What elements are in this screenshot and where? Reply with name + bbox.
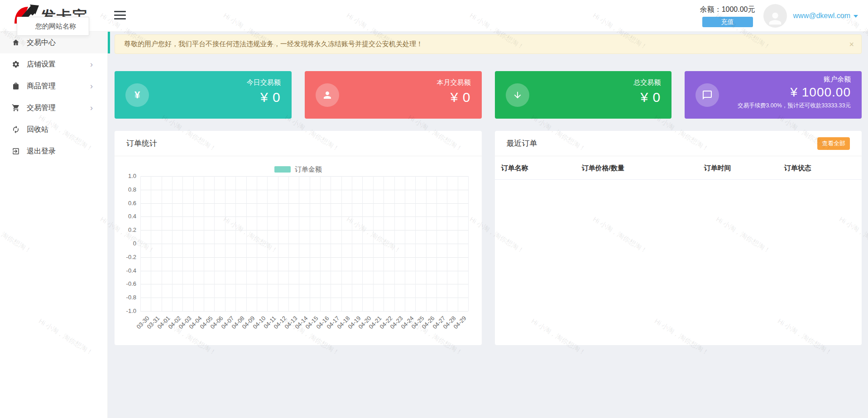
y-tick-label: 1.0: [128, 173, 136, 179]
y-tick-label: -0.6: [126, 280, 136, 287]
y-tick-label: 0: [133, 240, 136, 247]
account-email: www@dkewl.com: [793, 12, 850, 20]
gridline-v: [235, 176, 236, 311]
gridline-v: [204, 176, 204, 311]
gridline-v: [394, 176, 395, 311]
home-icon: [12, 38, 20, 47]
gridline-v: [288, 176, 289, 311]
chevron-down-icon: [854, 15, 858, 18]
y-tick-label: -0.2: [126, 254, 136, 260]
gridline-v: [352, 176, 352, 311]
gridline-h: [140, 230, 468, 231]
gridline-h: [140, 190, 468, 190]
gridline-h: [140, 284, 468, 284]
gridline-v: [331, 176, 331, 311]
col-order-status: 订单状态: [778, 156, 862, 180]
gridline-v: [341, 176, 342, 311]
y-tick-label: 0.4: [128, 213, 136, 220]
sidebar: 交易中心 店铺设置 › 商品管理 › 交易管理 › 回收站 退出登录: [0, 32, 108, 418]
gridline-v: [193, 176, 194, 311]
sidebar-item-recycle-bin[interactable]: 回收站: [0, 119, 107, 140]
chevron-right-icon: ›: [90, 104, 93, 112]
legend-label: 订单金额: [295, 165, 322, 174]
bag-icon: [12, 82, 20, 90]
stat-card-month: 本月交易额 ¥ 0: [305, 71, 482, 119]
y-tick-label: 0.8: [128, 186, 136, 193]
person-icon: [766, 10, 784, 28]
stat-label: 总交易额: [633, 78, 661, 87]
logout-icon: [12, 147, 20, 155]
gear-icon: [12, 60, 20, 68]
balance-value: 1000.00元: [722, 5, 755, 13]
order-stats-panel: 订单统计 订单金额 1.00.80.60.40.20-0.2-0.4-0.6-0…: [115, 131, 482, 345]
gridline-v: [182, 176, 183, 311]
gridline-v: [267, 176, 268, 311]
chevron-right-icon: ›: [90, 82, 93, 90]
gridline-v: [405, 176, 405, 311]
user-avatar[interactable]: [763, 4, 787, 28]
panel-title: 最近订单: [507, 138, 537, 149]
gridline-h: [140, 244, 468, 244]
gridline-v: [140, 176, 141, 311]
gridline-v: [384, 176, 384, 311]
sidebar-toggle-icon[interactable]: [114, 11, 127, 21]
close-icon[interactable]: ×: [849, 40, 854, 48]
gridline-h: [140, 203, 468, 204]
sidebar-item-product-manage[interactable]: 商品管理 ›: [0, 75, 107, 97]
gridline-h: [140, 298, 468, 298]
gridline-v: [151, 176, 151, 311]
notice-text: 尊敬的用户您好，我们平台不接任何违法违规业务，一经发现将永久冻结账号并提交公安机…: [124, 40, 423, 48]
orders-table: 订单名称 订单价格/数量 订单时间 订单状态: [495, 156, 862, 180]
gridline-v: [172, 176, 173, 311]
view-all-button[interactable]: 查看全部: [817, 137, 850, 150]
panels-row: 订单统计 订单金额 1.00.80.60.40.20-0.2-0.4-0.6-0…: [115, 131, 862, 345]
sidebar-item-trade-manage[interactable]: 交易管理 ›: [0, 97, 107, 119]
y-tick-label: -0.4: [126, 267, 136, 274]
chat-icon: [695, 83, 719, 107]
account-menu[interactable]: www@dkewl.com: [793, 12, 858, 20]
gridline-v: [225, 176, 225, 311]
gridline-v: [214, 176, 215, 311]
chevron-right-icon: ›: [90, 60, 93, 68]
gridline-v: [415, 176, 416, 311]
stat-value: ¥ 0: [437, 90, 471, 105]
stat-card-total: 总交易额 ¥ 0: [495, 71, 672, 119]
chart-plot: 1.00.80.60.40.20-0.2-0.4-0.6-0.8-1.003-3…: [140, 176, 468, 311]
gridline-h: [140, 271, 468, 271]
sidebar-item-logout[interactable]: 退出登录: [0, 140, 107, 162]
gridline-h: [140, 216, 468, 217]
sidebar-item-shop-settings[interactable]: 店铺设置 ›: [0, 53, 107, 75]
top-header: 发卡宝 o.top 余额：1000.00元 充值 www@dkewl.com: [0, 0, 868, 32]
cart-icon: [12, 104, 20, 112]
recharge-button[interactable]: 充值: [702, 17, 753, 27]
stat-value: ¥ 0: [633, 90, 661, 105]
y-tick-label: 0.6: [128, 200, 136, 207]
active-menu-indicator: [108, 32, 110, 53]
gridline-v: [299, 176, 299, 311]
recycle-icon: [12, 125, 20, 134]
stats-row: ¥ 今日交易额 ¥ 0 本月交易额 ¥ 0 总交易额 ¥ 0: [115, 71, 862, 119]
y-tick-label: 0.2: [128, 226, 136, 233]
balance-text: 余额：1000.00元: [700, 5, 755, 14]
gridline-v: [278, 176, 278, 311]
stat-value: ¥ 0: [247, 90, 281, 105]
gridline-v: [373, 176, 374, 311]
fee-note: 交易手续费3.00%，预计还可收款33333.33元: [738, 102, 851, 110]
stat-value: ¥ 1000.00: [738, 85, 851, 100]
gridline-v: [468, 176, 469, 311]
y-tick-label: -1.0: [126, 307, 136, 314]
gridline-v: [162, 176, 162, 311]
stat-card-today: ¥ 今日交易额 ¥ 0: [115, 71, 292, 119]
gridline-v: [246, 176, 247, 311]
stat-label: 本月交易额: [437, 78, 471, 87]
person-icon: [316, 83, 339, 107]
gridline-v: [426, 176, 427, 311]
gridline-h: [140, 176, 468, 177]
col-order-price-qty: 订单价格/数量: [575, 156, 698, 180]
recent-orders-panel: 最近订单 查看全部 订单名称 订单价格/数量 订单时间 订单状态: [495, 131, 862, 345]
chart-legend[interactable]: 订单金额: [115, 163, 482, 176]
arrow-down-icon: [506, 83, 529, 107]
col-order-name: 订单名称: [495, 156, 575, 180]
legend-swatch: [274, 166, 291, 173]
gridline-v: [257, 176, 257, 311]
